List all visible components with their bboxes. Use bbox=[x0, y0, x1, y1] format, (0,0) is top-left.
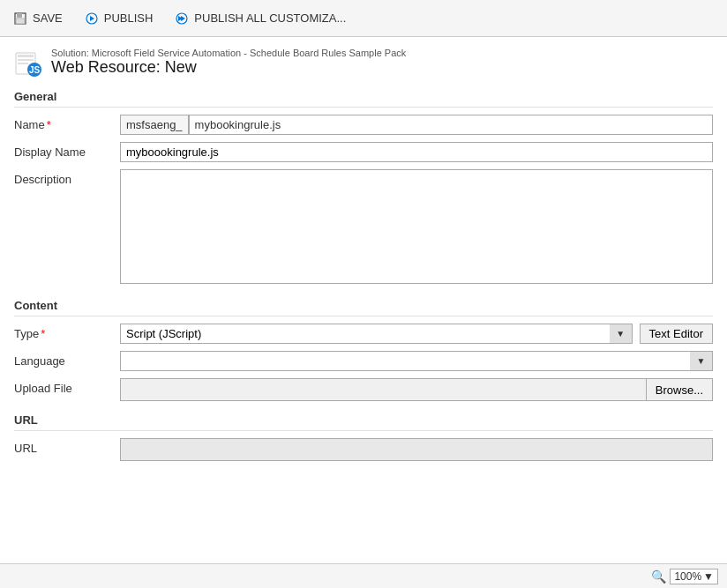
name-field: msfsaeng_ bbox=[120, 115, 713, 135]
svg-rect-1 bbox=[17, 13, 22, 18]
text-editor-button[interactable]: Text Editor bbox=[640, 324, 713, 344]
description-row: Description bbox=[14, 169, 713, 287]
publish-icon bbox=[84, 11, 100, 26]
name-label: Name* bbox=[14, 115, 120, 131]
solution-path: Solution: Microsoft Field Service Automa… bbox=[51, 48, 406, 58]
zoom-icon: 🔍 bbox=[651, 569, 666, 584]
breadcrumb-section: JS Solution: Microsoft Field Service Aut… bbox=[14, 48, 713, 78]
svg-rect-10 bbox=[18, 59, 34, 61]
display-name-field bbox=[120, 142, 713, 162]
display-name-label: Display Name bbox=[14, 142, 120, 159]
type-select[interactable]: Script (JScript) bbox=[120, 324, 633, 344]
language-select[interactable] bbox=[120, 351, 713, 371]
upload-file-row: Upload File Browse... bbox=[14, 378, 713, 401]
zoom-dropdown-arrow: ▼ bbox=[703, 570, 714, 583]
lang-select-wrapper: ▼ bbox=[120, 351, 713, 371]
content-section-header: Content bbox=[14, 299, 713, 316]
general-section-header: General bbox=[14, 90, 713, 108]
svg-marker-7 bbox=[181, 16, 185, 21]
save-icon bbox=[12, 11, 28, 26]
svg-text:JS: JS bbox=[29, 65, 41, 75]
solution-icon: JS bbox=[14, 49, 42, 78]
publish-all-button[interactable]: PUBLISH ALL CUSTOMIZA... bbox=[170, 9, 349, 28]
zoom-section: 🔍 100% ▼ bbox=[651, 569, 718, 584]
save-button[interactable]: SAVE bbox=[9, 9, 66, 28]
status-bar: 🔍 100% ▼ bbox=[0, 563, 727, 588]
toolbar: SAVE PUBLISH PUBLISH ALL CUSTOMIZA... bbox=[0, 0, 727, 37]
type-select-wrapper: Script (JScript) ▼ bbox=[120, 324, 633, 344]
url-section-header: URL bbox=[14, 413, 713, 431]
url-row: URL bbox=[14, 438, 713, 461]
type-label: Type* bbox=[14, 324, 120, 340]
description-textarea[interactable] bbox=[120, 169, 713, 284]
publish-button[interactable]: PUBLISH bbox=[80, 9, 157, 28]
description-label: Description bbox=[14, 169, 120, 186]
display-name-row: Display Name bbox=[14, 142, 713, 162]
upload-wrapper: Browse... bbox=[120, 378, 713, 401]
publish-all-label: PUBLISH ALL CUSTOMIZA... bbox=[194, 11, 346, 25]
name-input[interactable] bbox=[189, 115, 713, 135]
svg-marker-4 bbox=[90, 16, 94, 21]
zoom-dropdown[interactable]: 100% ▼ bbox=[670, 569, 718, 584]
url-label: URL bbox=[14, 438, 120, 455]
language-row: Language ▼ bbox=[14, 351, 713, 371]
type-row: Type* Script (JScript) ▼ Text Editor bbox=[14, 324, 713, 344]
publish-label: PUBLISH bbox=[104, 11, 154, 25]
url-field bbox=[120, 438, 713, 461]
name-row: Name* msfsaeng_ bbox=[14, 115, 713, 135]
type-required-star: * bbox=[41, 327, 45, 340]
zoom-level: 100% bbox=[674, 570, 701, 583]
type-field: Script (JScript) ▼ Text Editor bbox=[120, 324, 713, 344]
url-display bbox=[120, 438, 713, 461]
upload-file-label: Upload File bbox=[14, 378, 120, 395]
required-star: * bbox=[47, 118, 51, 131]
display-name-input[interactable] bbox=[120, 142, 713, 162]
language-field: ▼ bbox=[120, 351, 713, 371]
svg-rect-11 bbox=[18, 63, 28, 64]
language-label: Language bbox=[14, 351, 120, 368]
browse-button[interactable]: Browse... bbox=[646, 378, 713, 401]
publish-all-icon bbox=[174, 11, 190, 26]
svg-rect-9 bbox=[18, 55, 34, 57]
solution-text-block: Solution: Microsoft Field Service Automa… bbox=[51, 48, 406, 77]
type-row-inner: Script (JScript) ▼ Text Editor bbox=[120, 324, 713, 344]
description-field bbox=[120, 169, 713, 287]
main-content: JS Solution: Microsoft Field Service Aut… bbox=[0, 37, 727, 563]
upload-file-field: Browse... bbox=[120, 378, 713, 401]
svg-rect-2 bbox=[16, 19, 25, 24]
save-label: SAVE bbox=[33, 11, 63, 25]
upload-path-display bbox=[120, 378, 646, 401]
name-field-wrapper: msfsaeng_ bbox=[120, 115, 713, 135]
page-title: Web Resource: New bbox=[51, 58, 406, 77]
name-prefix: msfsaeng_ bbox=[120, 115, 189, 135]
